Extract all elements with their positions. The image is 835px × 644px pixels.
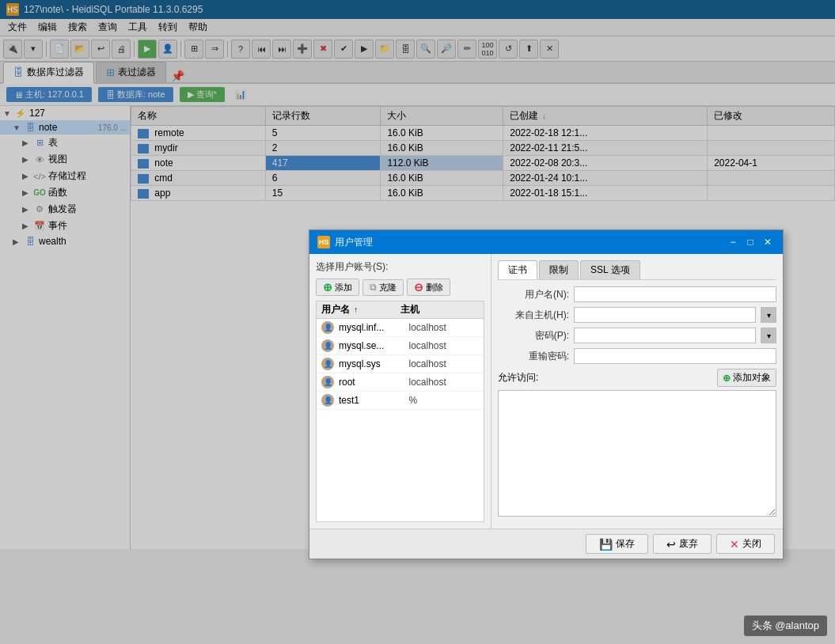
- form-fromhost-row: 来自主机(H): ▾: [498, 307, 776, 323]
- modal-body: 选择用户账号(S): ⊕ 添加 ⧉ 克隆 ⊖ 删除: [309, 254, 783, 528]
- modal-title-icon: HS: [317, 236, 330, 248]
- watermark: 头条 @alantop: [744, 616, 827, 636]
- clone-user-btn[interactable]: ⧉ 克隆: [362, 279, 404, 296]
- tab-limit[interactable]: 限制: [539, 260, 579, 279]
- sort-arrow-username: ↑: [354, 305, 358, 314]
- form-username-row: 用户名(N):: [498, 286, 776, 302]
- user-list-header: 用户名 ↑ 主机: [317, 301, 484, 319]
- user-row-2[interactable]: 👤 mysql.sys localhost: [317, 355, 484, 373]
- modal-left-panel: 选择用户账号(S): ⊕ 添加 ⧉ 克隆 ⊖ 删除: [309, 254, 492, 528]
- modal-title-bar: HS 用户管理 − □ ✕: [309, 230, 783, 254]
- modal-title-left: HS 用户管理: [317, 236, 373, 249]
- save-icon: 💾: [599, 538, 613, 551]
- discard-icon: ↩: [666, 538, 676, 551]
- fromhost-dropdown-btn[interactable]: ▾: [761, 307, 776, 323]
- allow-access-section: 允许访问: ⊕ 添加对象: [498, 369, 776, 519]
- modal-overlay[interactable]: HS 用户管理 − □ ✕ 选择用户账号(S): ⊕ 添加 ⧉: [0, 0, 835, 644]
- discard-btn[interactable]: ↩ 废弃: [653, 534, 712, 554]
- modal-user-management: HS 用户管理 − □ ✕ 选择用户账号(S): ⊕ 添加 ⧉: [309, 229, 784, 559]
- add-obj-icon: ⊕: [723, 373, 731, 384]
- user-row-3[interactable]: 👤 root localhost: [317, 373, 484, 392]
- user-name-3: root: [339, 377, 409, 388]
- minimize-btn[interactable]: −: [726, 235, 740, 249]
- user-avatar-3: 👤: [321, 376, 334, 388]
- user-name-0: mysql.inf...: [339, 322, 409, 333]
- maximize-btn[interactable]: □: [743, 235, 757, 249]
- modal-footer: 💾 保存 ↩ 废弃 ✕ 关闭: [309, 528, 783, 559]
- fromhost-input[interactable]: [574, 307, 756, 323]
- user-avatar-1: 👤: [321, 339, 334, 352]
- user-host-2: localhost: [409, 358, 480, 369]
- save-btn[interactable]: 💾 保存: [586, 534, 648, 554]
- close-btn[interactable]: ✕ 关闭: [716, 534, 775, 554]
- user-host-1: localhost: [409, 340, 480, 351]
- user-list: 用户名 ↑ 主机 👤 mysql.inf... localhost 👤: [316, 301, 484, 522]
- user-row-0[interactable]: 👤 mysql.inf... localhost: [317, 319, 484, 337]
- modal-user-toolbar: ⊕ 添加 ⧉ 克隆 ⊖ 删除: [316, 278, 484, 296]
- col-username-header[interactable]: 用户名 ↑: [321, 303, 400, 316]
- form-password-row: 密码(P): ▾: [498, 328, 776, 343]
- user-avatar-0: 👤: [321, 321, 334, 334]
- password-label: 密码(P):: [498, 329, 569, 343]
- add-user-btn[interactable]: ⊕ 添加: [316, 278, 359, 296]
- window-controls: − □ ✕: [726, 235, 775, 249]
- user-select-label: 选择用户账号(S):: [316, 260, 484, 274]
- right-tabs: 证书 限制 SSL 选项: [498, 260, 776, 280]
- allow-access-box[interactable]: [498, 390, 776, 517]
- form-confirm-pw-row: 重输密码:: [498, 348, 776, 364]
- user-name-1: mysql.se...: [339, 340, 409, 351]
- user-host-3: localhost: [409, 377, 480, 388]
- password-dropdown-btn[interactable]: ▾: [761, 328, 776, 343]
- col-host-header[interactable]: 主机: [400, 303, 480, 316]
- tab-ssl[interactable]: SSL 选项: [580, 260, 640, 279]
- confirm-pw-input[interactable]: [574, 348, 776, 364]
- fromhost-label: 来自主机(H):: [498, 309, 569, 322]
- clone-icon: ⧉: [370, 282, 377, 293]
- user-host-0: localhost: [409, 322, 480, 333]
- user-avatar-4: 👤: [321, 394, 334, 407]
- password-input[interactable]: [574, 328, 756, 343]
- close-icon: ✕: [730, 538, 739, 551]
- delete-user-btn[interactable]: ⊖ 删除: [407, 278, 450, 296]
- close-window-btn[interactable]: ✕: [761, 235, 775, 249]
- delete-icon: ⊖: [414, 281, 423, 294]
- modal-title-text: 用户管理: [335, 236, 373, 249]
- modal-right-panel: 证书 限制 SSL 选项 用户名(N): 来自主机(H):: [492, 254, 783, 528]
- tab-cert[interactable]: 证书: [498, 260, 537, 279]
- user-name-2: mysql.sys: [339, 358, 409, 369]
- allow-access-text: 允许访问:: [498, 371, 538, 385]
- add-object-btn[interactable]: ⊕ 添加对象: [717, 369, 776, 387]
- confirm-pw-label: 重输密码:: [498, 350, 569, 363]
- user-name-4: test1: [339, 395, 409, 406]
- user-row-1[interactable]: 👤 mysql.se... localhost: [317, 337, 484, 355]
- user-row-4[interactable]: 👤 test1 %: [317, 392, 484, 410]
- user-host-4: %: [409, 395, 480, 406]
- add-icon: ⊕: [323, 281, 332, 294]
- username-input[interactable]: [574, 286, 776, 302]
- username-label: 用户名(N):: [498, 288, 569, 301]
- allow-access-label-row: 允许访问: ⊕ 添加对象: [498, 369, 776, 387]
- user-avatar-2: 👤: [321, 358, 334, 370]
